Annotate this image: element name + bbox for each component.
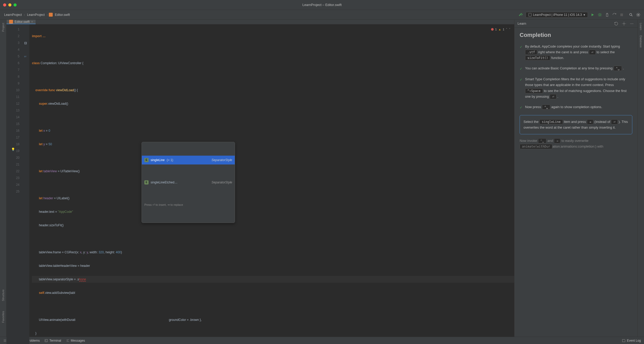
breadcrumb-file[interactable]: Editor.swift xyxy=(54,12,71,17)
main-area: Project Structure Favorites Editor.swift… xyxy=(0,20,644,337)
override-icon[interactable]: o↑ xyxy=(24,55,27,58)
project-tool-button[interactable]: Project xyxy=(2,22,5,33)
lesson-title: Completion xyxy=(520,32,632,38)
code-text: groundColor = .brown }, xyxy=(75,318,202,322)
code-text: viewDidLoad xyxy=(56,88,74,92)
update-button[interactable] xyxy=(612,12,617,17)
code-text: let xyxy=(32,196,43,200)
kbd: ⏎ xyxy=(611,119,618,124)
minimize-icon[interactable]: — xyxy=(629,21,634,26)
kbd: ⇥ xyxy=(554,138,560,143)
fold-icon[interactable]: ⊟ xyxy=(22,39,29,46)
check-icon: ✓ xyxy=(520,105,522,110)
run-configuration-selector[interactable]: LearnProject | iPhone 11 | iOS 14.3 ▾ xyxy=(526,12,588,18)
debug-button[interactable] xyxy=(597,12,602,17)
lesson-step: ✓ Smart Type Completion filters the list… xyxy=(520,76,632,99)
structure-tool-button[interactable]: Structure xyxy=(2,288,5,302)
error-count: 1 xyxy=(495,26,497,33)
inspection-widget[interactable]: 1 ▲ 1 ˄ ˅ xyxy=(491,26,511,33)
close-window[interactable] xyxy=(3,3,6,6)
svg-point-4 xyxy=(638,14,639,15)
kbd: .stf xyxy=(525,50,537,55)
editor-tab[interactable]: Editor.swift × xyxy=(6,20,36,24)
svg-point-3 xyxy=(630,13,632,15)
favorites-tool-button[interactable]: Favorites xyxy=(2,310,5,324)
code-text: header.text = xyxy=(32,210,58,214)
editor-tabs: Editor.swift × xyxy=(6,20,514,24)
learn-panel-title: Learn xyxy=(518,22,526,25)
step-text: You can activate Basic Completion at any… xyxy=(525,66,614,70)
close-tab-icon[interactable]: × xyxy=(31,20,33,24)
swift-file-icon xyxy=(49,13,53,17)
code-text: , y: xyxy=(82,250,86,254)
enum-icon: E xyxy=(144,180,149,184)
completion-item[interactable]: E singleLine (= 1) SeparatorStyle xyxy=(142,156,235,164)
breadcrumb-root[interactable]: LearnProject xyxy=(3,12,23,17)
code-text: let xyxy=(32,142,43,146)
error-icon xyxy=(491,28,494,31)
completion-type: SeparatorStyle xyxy=(212,157,232,163)
code-area[interactable]: 1234567891011121314151617181920212223242… xyxy=(6,24,514,344)
kbd: ⌃␣ xyxy=(614,66,622,71)
chevron-up-icon[interactable]: ˄ xyxy=(506,26,507,33)
code-text: let xyxy=(32,129,43,133)
step-text: with xyxy=(597,144,603,148)
attach-button[interactable] xyxy=(605,12,610,17)
code-text: header xyxy=(43,196,53,200)
minimize-window[interactable] xyxy=(8,3,11,6)
left-tool-strip: Project Structure Favorites xyxy=(0,20,6,337)
lightbulb-icon[interactable]: 💡 xyxy=(11,146,15,153)
stop-button[interactable] xyxy=(619,12,624,17)
code-text: = xyxy=(45,142,49,146)
learn-tool-button[interactable]: Learn xyxy=(639,22,642,31)
code-content[interactable]: import … class Completion: UIViewControl… xyxy=(29,24,514,344)
code-text: Completion: xyxy=(40,61,58,65)
device-icon xyxy=(528,13,532,17)
swift-file-icon xyxy=(9,20,13,24)
chevron-right-icon: › xyxy=(47,13,48,17)
code-text: self xyxy=(32,291,44,295)
completion-extra: (= 1) xyxy=(167,157,173,163)
code-text: "AppCode" xyxy=(58,210,73,214)
database-tool-button[interactable]: Database xyxy=(639,34,642,49)
hammer-icon[interactable] xyxy=(518,12,524,17)
svg-point-1 xyxy=(599,14,601,16)
breadcrumb: LearnProject › LearnProject › Editor.swi… xyxy=(3,12,71,17)
check-icon: ✓ xyxy=(520,44,522,61)
chevron-right-icon: › xyxy=(24,13,25,17)
lesson-callout: Select the singleLine item and press ⇥ (… xyxy=(520,115,632,134)
kbd: ^⇧Space xyxy=(525,88,543,94)
status-label: Event Log xyxy=(627,339,641,342)
event-log-button[interactable]: Event Log xyxy=(622,339,641,342)
lesson-step: ✓ Now press ⌃␣ again to show completion … xyxy=(520,104,632,110)
gutter-marks: ⊟ o↑ xyxy=(22,24,29,344)
warning-icon: ▲ xyxy=(498,26,501,33)
kbd: ⇥ xyxy=(587,119,593,124)
maximize-window[interactable] xyxy=(14,3,17,6)
lesson-next: Now invoke ⌃␣ and ⇥ to easily overwrite … xyxy=(520,138,632,149)
code-text: = UILabel() xyxy=(53,196,69,200)
code-text: override func xyxy=(32,88,56,92)
dropdown-arrow-icon: ▾ xyxy=(583,13,585,17)
breadcrumb-folder[interactable]: LearnProject xyxy=(26,12,46,17)
completion-label: singleLine xyxy=(151,157,165,163)
code-text: ) xyxy=(121,250,122,254)
step-text: to select the xyxy=(596,50,615,54)
svg-rect-2 xyxy=(620,14,623,16)
code-text: = xyxy=(45,129,49,133)
svg-rect-0 xyxy=(529,13,531,16)
code-text: 320 xyxy=(99,250,104,254)
restart-lesson-icon[interactable] xyxy=(614,21,619,26)
search-icon[interactable] xyxy=(628,12,634,17)
enum-icon: E xyxy=(144,158,149,162)
completion-item[interactable]: E singleLineEtched… SeparatorStyle xyxy=(142,178,235,187)
tab-label: Editor.swift xyxy=(15,20,30,24)
step-text: ation:animations:completion:) xyxy=(552,144,596,148)
kbd: ⌃␣ xyxy=(542,104,550,110)
chevron-down-icon[interactable]: ˅ xyxy=(509,26,511,33)
line-gutter: 1234567891011121314151617181920212223242… xyxy=(6,24,22,344)
run-button[interactable] xyxy=(590,12,595,17)
warning-count: 1 xyxy=(503,26,504,33)
settings-icon[interactable] xyxy=(636,12,641,17)
gear-icon[interactable] xyxy=(621,21,627,26)
